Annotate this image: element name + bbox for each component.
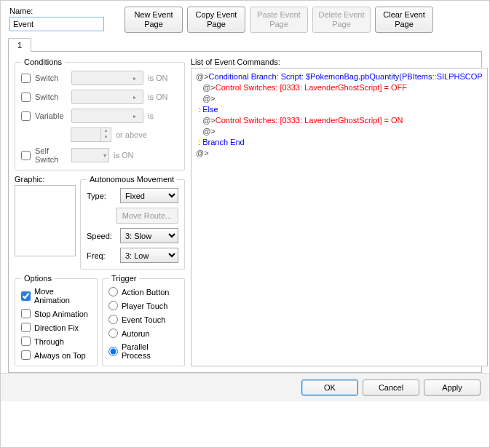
graphic-preview[interactable] [15, 185, 76, 256]
ok-button[interactable]: OK [301, 380, 358, 396]
delete-event-page-button: Delete Event Page [312, 7, 371, 33]
name-label: Name: [9, 7, 104, 15]
switch1-combo: ▸ [71, 71, 143, 85]
move-speed-select[interactable]: 3: Slow [120, 228, 178, 243]
switch1-label: Switch [35, 74, 67, 82]
name-input[interactable] [9, 17, 104, 31]
trigger-autorun-radio[interactable] [108, 329, 118, 338]
apply-button[interactable]: Apply [424, 380, 481, 396]
move-type-select[interactable]: Fixed [120, 188, 178, 203]
switch2-checkbox[interactable] [21, 93, 31, 102]
variable-label: Variable [35, 111, 67, 120]
trigger-action-button-radio[interactable] [108, 287, 118, 296]
autonomous-movement-group: Autonomous Movement Type: Fixed Move Rou… [80, 175, 185, 270]
selfswitch-combo: ▾ [71, 148, 109, 162]
move-route-button: Move Route... [116, 208, 178, 224]
variable-combo: ▸ [71, 109, 143, 123]
through-checkbox[interactable] [21, 337, 31, 346]
stop-animation-checkbox[interactable] [21, 309, 31, 318]
clear-event-page-button[interactable]: Clear Event Page [375, 7, 433, 33]
selfswitch-checkbox[interactable] [21, 151, 31, 160]
tab-1[interactable]: 1 [8, 38, 31, 52]
switch2-combo: ▸ [71, 90, 143, 104]
options-group: Options Move Animation Stop Animation Di… [15, 274, 98, 366]
paste-event-page-button: Paste Event Page [250, 7, 308, 33]
move-freq-select[interactable]: 3: Low [120, 248, 178, 263]
direction-fix-checkbox[interactable] [21, 323, 31, 332]
move-animation-checkbox[interactable] [21, 291, 31, 301]
copy-event-page-button[interactable]: Copy Event Page [187, 7, 245, 33]
selfswitch-label: Self Switch [35, 146, 67, 164]
trigger-group: Trigger Action Button Player Touch Event… [102, 274, 185, 366]
event-command-list[interactable]: @>Conditional Branch: Script: $PokemonBa… [191, 68, 488, 366]
new-event-page-button[interactable]: New Event Page [125, 7, 183, 33]
trigger-event-touch-radio[interactable] [108, 315, 118, 324]
switch1-checkbox[interactable] [21, 74, 31, 83]
command-list-label: List of Event Commands: [191, 58, 488, 66]
always-on-top-checkbox[interactable] [21, 350, 31, 360]
conditions-group: Conditions Switch ▸ is ON Switch ▸ is ON [15, 58, 185, 170]
variable-checkbox[interactable] [21, 111, 31, 121]
cancel-button[interactable]: Cancel [363, 380, 419, 396]
graphic-label: Graphic: [15, 175, 76, 184]
trigger-player-touch-radio[interactable] [108, 301, 118, 310]
trigger-parallel-radio[interactable] [108, 347, 118, 356]
switch2-label: Switch [35, 93, 67, 101]
variable-value-spinner: ▲▼ [71, 127, 111, 142]
conditions-legend: Conditions [21, 58, 65, 66]
